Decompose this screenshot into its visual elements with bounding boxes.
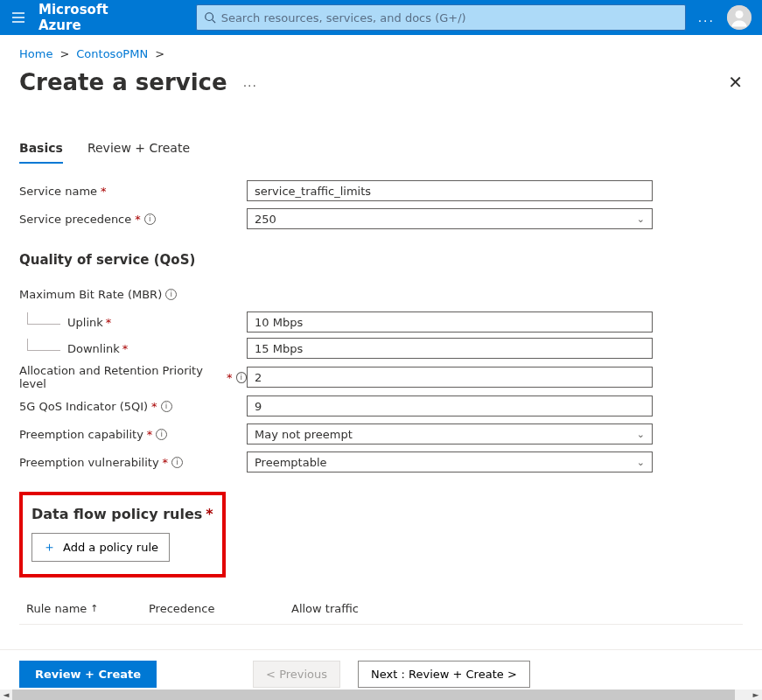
service-name-input[interactable]: [247, 180, 653, 201]
top-bar: Microsoft Azure ...: [0, 0, 762, 35]
page-header: Create a service ... ✕: [19, 69, 743, 95]
chevron-down-icon: ⌄: [637, 429, 645, 440]
review-create-button[interactable]: Review + Create: [19, 661, 157, 688]
search-icon: [204, 11, 216, 24]
arp-label: Allocation and Retention Priority level*…: [19, 364, 247, 390]
preempt-cap-select[interactable]: May not preempt ⌄: [247, 424, 653, 444]
svg-point-0: [205, 13, 213, 21]
preempt-cap-value: May not preempt: [255, 428, 353, 441]
preempt-vuln-value: Preemptable: [255, 456, 327, 469]
service-precedence-label: Service precedence* i: [19, 213, 247, 226]
preempt-vuln-label: Preemption vulnerability* i: [19, 456, 247, 469]
global-search[interactable]: [196, 4, 686, 31]
uplink-input[interactable]: [247, 312, 653, 332]
chevron-down-icon: ⌄: [637, 457, 645, 468]
sort-up-icon: ↑: [90, 603, 98, 614]
service-precedence-value: 250: [255, 213, 276, 226]
tab-basics[interactable]: Basics: [19, 141, 63, 164]
breadcrumb-home[interactable]: Home: [19, 47, 52, 60]
rules-table-header: Rule name↑ Precedence Allow traffic: [19, 593, 743, 625]
title-more-icon[interactable]: ...: [243, 75, 257, 89]
next-button[interactable]: Next : Review + Create >: [358, 661, 530, 688]
plus-icon: ＋: [43, 539, 56, 556]
search-input[interactable]: [221, 11, 678, 24]
add-policy-rule-button[interactable]: ＋ Add a policy rule: [31, 533, 170, 562]
chevron-right-icon: >: [59, 47, 69, 60]
svg-point-3: [735, 10, 743, 18]
info-icon[interactable]: i: [161, 401, 172, 412]
close-icon[interactable]: ✕: [728, 72, 743, 93]
info-icon[interactable]: i: [144, 214, 156, 225]
scroll-right-icon[interactable]: ►: [750, 690, 762, 699]
tab-review-create[interactable]: Review + Create: [87, 141, 190, 164]
hamburger-icon[interactable]: [10, 10, 26, 25]
horizontal-scrollbar[interactable]: ◄ ►: [0, 690, 762, 700]
downlink-input[interactable]: [247, 338, 653, 359]
info-icon[interactable]: i: [236, 372, 247, 383]
chevron-right-icon: >: [155, 47, 164, 60]
col-allow-traffic[interactable]: Allow traffic: [267, 602, 389, 615]
svg-line-1: [212, 20, 215, 24]
previous-button: < Previous: [253, 661, 340, 688]
more-icon[interactable]: ...: [698, 10, 715, 24]
avatar[interactable]: [727, 5, 752, 30]
scroll-left-icon[interactable]: ◄: [0, 690, 12, 699]
col-precedence[interactable]: Precedence: [149, 602, 267, 615]
mbr-label: Maximum Bit Rate (MBR) i: [19, 288, 247, 301]
qos-heading: Quality of service (QoS): [19, 252, 743, 268]
breadcrumb: Home > ContosoPMN >: [19, 47, 743, 60]
arp-input[interactable]: [247, 367, 653, 388]
scrollbar-thumb[interactable]: [12, 690, 735, 700]
info-icon[interactable]: i: [171, 457, 183, 468]
topbar-right: ...: [698, 5, 752, 30]
breadcrumb-item[interactable]: ContosoPMN: [76, 47, 148, 60]
info-icon[interactable]: i: [165, 289, 177, 300]
tabs: Basics Review + Create: [19, 141, 743, 164]
chevron-down-icon: ⌄: [637, 214, 645, 225]
add-policy-rule-label: Add a policy rule: [63, 541, 158, 554]
downlink-label: Downlink*: [19, 342, 247, 355]
info-icon[interactable]: i: [156, 429, 167, 440]
service-precedence-select[interactable]: 250 ⌄: [247, 208, 653, 229]
page-title: Create a service: [19, 69, 227, 95]
col-rule-name[interactable]: Rule name↑: [19, 602, 149, 615]
fqi-label: 5G QoS Indicator (5QI)* i: [19, 400, 247, 413]
uplink-label: Uplink*: [19, 316, 247, 329]
content: Home > ContosoPMN > Create a service ...…: [0, 35, 762, 625]
service-name-label: Service name*: [19, 185, 247, 198]
fqi-input[interactable]: [247, 396, 653, 416]
brand-label: Microsoft Azure: [38, 2, 143, 33]
form-basics: Service name* Service precedence* i 250 …: [19, 178, 743, 625]
preempt-cap-label: Preemption capability* i: [19, 428, 247, 441]
policy-rules-heading: Data flow policy rules*: [31, 506, 213, 522]
footer-bar: Review + Create < Previous Next : Review…: [0, 649, 762, 688]
policy-rules-highlight: Data flow policy rules* ＋ Add a policy r…: [19, 492, 226, 578]
preempt-vuln-select[interactable]: Preemptable ⌄: [247, 452, 653, 472]
